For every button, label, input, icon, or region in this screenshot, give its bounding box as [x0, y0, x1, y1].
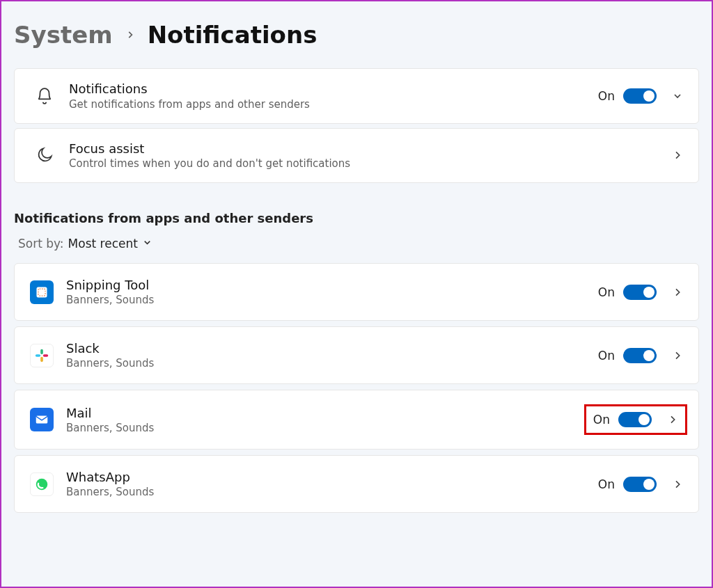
bell-icon — [30, 87, 59, 105]
svg-rect-6 — [36, 416, 48, 424]
app-name: WhatsApp — [66, 470, 598, 484]
app-row-whatsapp[interactable]: WhatsApp Banners, Sounds On — [14, 455, 699, 513]
chevron-right-icon — [125, 30, 135, 40]
sort-label: Sort by: — [18, 237, 64, 251]
app-name: Slack — [66, 341, 598, 356]
chevron-right-icon[interactable] — [672, 287, 683, 298]
slack-icon — [30, 344, 54, 367]
chevron-right-icon[interactable] — [667, 414, 678, 425]
sort-dropdown[interactable]: Sort by: Most recent — [18, 237, 152, 251]
sort-value: Most recent — [68, 237, 138, 251]
chevron-down-icon — [142, 237, 152, 251]
svg-rect-4 — [40, 357, 43, 362]
snipping-tool-icon — [30, 280, 54, 304]
notifications-card[interactable]: Notifications Get notifications from app… — [14, 68, 699, 124]
chevron-right-icon[interactable] — [672, 150, 683, 161]
app-row-slack[interactable]: Slack Banners, Sounds On — [14, 326, 699, 384]
app-toggle[interactable] — [623, 348, 657, 363]
notifications-toggle[interactable] — [623, 88, 657, 104]
app-row-mail[interactable]: Mail Banners, Sounds On — [14, 390, 699, 450]
app-subtitle: Banners, Sounds — [66, 422, 584, 434]
notifications-title: Notifications — [69, 81, 598, 97]
app-toggle[interactable] — [618, 412, 652, 427]
mail-icon — [30, 408, 54, 431]
focus-subtitle: Control times when you do and don't get … — [69, 157, 657, 170]
app-toggle[interactable] — [623, 477, 657, 492]
whatsapp-icon — [30, 472, 54, 496]
svg-rect-2 — [40, 349, 43, 354]
notifications-subtitle: Get notifications from apps and other se… — [69, 98, 598, 111]
section-title: Notifications from apps and other sender… — [14, 211, 699, 225]
svg-rect-5 — [43, 354, 48, 357]
breadcrumb: System Notifications — [14, 21, 699, 49]
highlighted-controls: On — [584, 404, 687, 435]
chevron-right-icon[interactable] — [672, 479, 683, 490]
app-status: On — [598, 349, 615, 363]
breadcrumb-current: Notifications — [148, 21, 318, 49]
svg-rect-3 — [36, 354, 40, 357]
app-name: Snipping Tool — [66, 278, 598, 292]
app-status: On — [598, 477, 615, 491]
app-row-snipping-tool[interactable]: Snipping Tool Banners, Sounds On — [14, 263, 699, 321]
app-subtitle: Banners, Sounds — [66, 294, 598, 306]
app-status: On — [593, 413, 610, 427]
focus-title: Focus assist — [69, 141, 657, 157]
chevron-down-icon[interactable] — [672, 90, 683, 102]
app-status: On — [598, 285, 615, 299]
chevron-right-icon[interactable] — [672, 350, 683, 361]
app-name: Mail — [66, 406, 584, 420]
focus-assist-card[interactable]: Focus assist Control times when you do a… — [14, 128, 699, 184]
app-subtitle: Banners, Sounds — [66, 357, 598, 370]
app-toggle[interactable] — [623, 285, 657, 300]
app-subtitle: Banners, Sounds — [66, 486, 598, 498]
notifications-status: On — [598, 89, 615, 103]
breadcrumb-parent[interactable]: System — [14, 21, 113, 49]
moon-icon — [30, 146, 59, 164]
